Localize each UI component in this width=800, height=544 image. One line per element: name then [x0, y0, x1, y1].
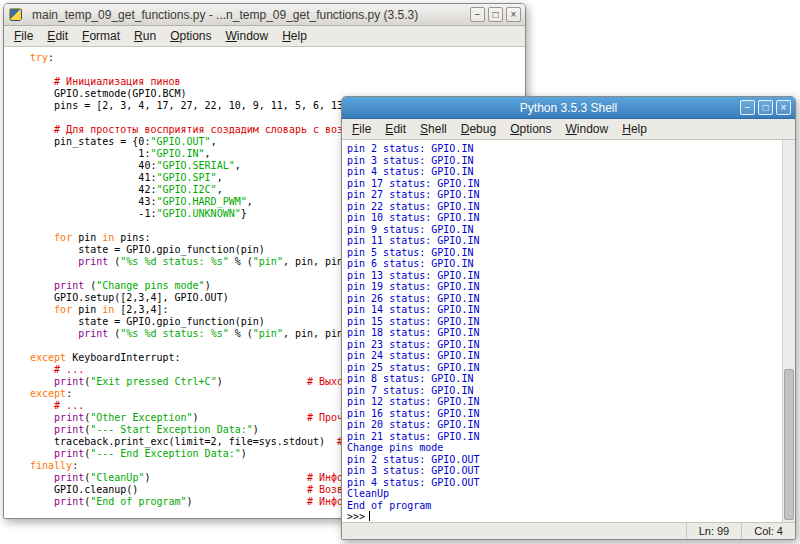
shell-output-line: pin 26 status: GPIO.IN — [347, 293, 782, 305]
shell-menu-edit[interactable]: Edit — [378, 120, 413, 138]
shell-scrollbar-thumb[interactable] — [784, 369, 794, 520]
shell-output-line: pin 10 status: GPIO.IN — [347, 212, 782, 224]
shell-close-button[interactable]: × — [776, 100, 791, 115]
shell-output-line: pin 9 status: GPIO.IN — [347, 224, 782, 236]
shell-output-line: pin 6 status: GPIO.IN — [347, 258, 782, 270]
editor-menubar: FileEditFormatRunOptionsWindowHelp — [4, 26, 525, 47]
shell-output-line: pin 2 status: GPIO.IN — [347, 143, 782, 155]
editor-minimize-button[interactable]: − — [470, 7, 485, 22]
shell-output-line: Change pins mode — [347, 442, 782, 454]
shell-output-line: pin 18 status: GPIO.IN — [347, 327, 782, 339]
shell-output-line: pin 3 status: GPIO.OUT — [347, 465, 782, 477]
shell-output-line: pin 7 status: GPIO.IN — [347, 385, 782, 397]
editor-menu-file[interactable]: File — [7, 27, 40, 45]
shell-output-line: pin 12 status: GPIO.IN — [347, 396, 782, 408]
shell-output-line: pin 5 status: GPIO.IN — [347, 247, 782, 259]
editor-menu-help[interactable]: Help — [275, 27, 314, 45]
shell-output-line: End of program — [347, 500, 782, 512]
editor-menu-window[interactable]: Window — [219, 27, 276, 45]
shell-prompt: >>> — [347, 511, 782, 522]
shell-window: Python 3.5.3 Shell − □ × FileEditShellDe… — [341, 96, 796, 540]
shell-maximize-button[interactable]: □ — [758, 100, 773, 115]
shell-menu-window[interactable]: Window — [559, 120, 616, 138]
shell-output-line: pin 27 status: GPIO.IN — [347, 189, 782, 201]
shell-statusbar: Ln: 99 Col: 4 — [342, 522, 795, 539]
editor-menu-run[interactable]: Run — [127, 27, 163, 45]
code-line: try: — [30, 52, 525, 64]
code-line — [30, 64, 525, 76]
shell-menu-debug[interactable]: Debug — [454, 120, 503, 138]
editor-menu-format[interactable]: Format — [75, 27, 127, 45]
shell-menu-options[interactable]: Options — [503, 120, 558, 138]
status-col-indicator: Col: 4 — [741, 523, 795, 539]
shell-output-line: pin 23 status: GPIO.IN — [347, 339, 782, 351]
shell-minimize-button[interactable]: − — [740, 100, 755, 115]
shell-output-line: pin 15 status: GPIO.IN — [347, 316, 782, 328]
editor-maximize-button[interactable]: □ — [488, 7, 503, 22]
shell-output-line: pin 8 status: GPIO.IN — [347, 373, 782, 385]
shell-titlebar[interactable]: Python 3.5.3 Shell − □ × — [342, 97, 795, 119]
shell-output-line: pin 2 status: GPIO.OUT — [347, 454, 782, 466]
editor-titlebar[interactable]: main_temp_09_get_functions.py - ...n_tem… — [4, 4, 525, 26]
shell-output-line: pin 4 status: GPIO.IN — [347, 166, 782, 178]
shell-output-line: pin 22 status: GPIO.IN — [347, 201, 782, 213]
idle-app-icon — [9, 8, 22, 21]
shell-menubar: FileEditShellDebugOptionsWindowHelp — [342, 119, 795, 140]
editor-menu-edit[interactable]: Edit — [40, 27, 75, 45]
shell-menu-shell[interactable]: Shell — [413, 120, 454, 138]
shell-output-line: pin 21 status: GPIO.IN — [347, 431, 782, 443]
shell-menu-help[interactable]: Help — [615, 120, 654, 138]
editor-close-button[interactable]: × — [506, 7, 521, 22]
shell-output-line: pin 4 status: GPIO.OUT — [347, 477, 782, 489]
code-line: # Инициализация пинов — [30, 76, 525, 88]
shell-output-line: pin 20 status: GPIO.IN — [347, 419, 782, 431]
shell-scrollbar[interactable] — [782, 140, 795, 522]
shell-output-line: CleanUp — [347, 488, 782, 500]
status-line-indicator: Ln: 99 — [686, 523, 742, 539]
shell-output-line: pin 11 status: GPIO.IN — [347, 235, 782, 247]
shell-window-title: Python 3.5.3 Shell — [342, 101, 795, 115]
shell-output-line: pin 24 status: GPIO.IN — [347, 350, 782, 362]
shell-output-line: pin 13 status: GPIO.IN — [347, 270, 782, 282]
shell-output-line: pin 17 status: GPIO.IN — [347, 178, 782, 190]
text-cursor — [369, 511, 370, 521]
editor-menu-options[interactable]: Options — [163, 27, 218, 45]
desktop: main_temp_09_get_functions.py - ...n_tem… — [0, 0, 800, 544]
shell-output-line: pin 19 status: GPIO.IN — [347, 281, 782, 293]
shell-output-area[interactable]: pin 2 status: GPIO.INpin 3 status: GPIO.… — [342, 140, 782, 522]
shell-output-line: pin 3 status: GPIO.IN — [347, 155, 782, 167]
editor-window-title: main_temp_09_get_functions.py - ...n_tem… — [32, 8, 418, 22]
shell-output-line: pin 16 status: GPIO.IN — [347, 408, 782, 420]
shell-menu-file[interactable]: File — [345, 120, 378, 138]
shell-output-line: pin 14 status: GPIO.IN — [347, 304, 782, 316]
shell-output-line: pin 25 status: GPIO.IN — [347, 362, 782, 374]
